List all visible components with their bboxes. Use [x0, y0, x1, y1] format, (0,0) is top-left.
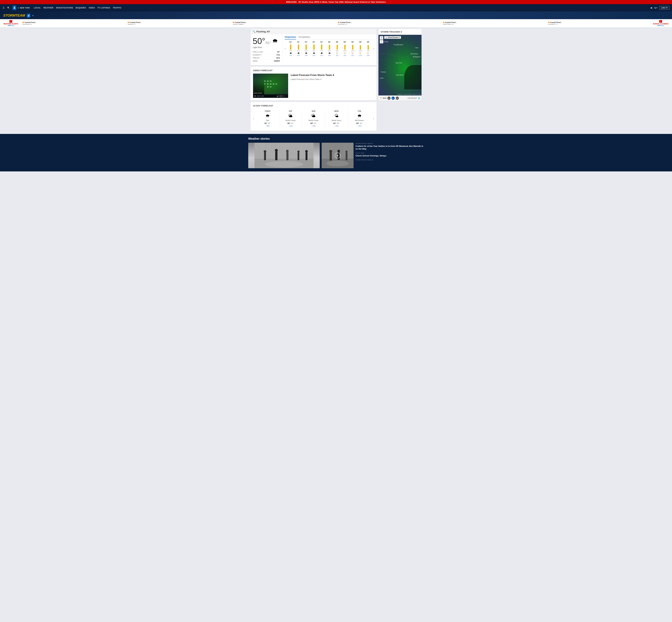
ten-day-title: 10 DAY FORECAST	[253, 105, 374, 107]
location-bar: 🔍 Flushing, NY	[250, 29, 377, 34]
hourly-item-1: 51° 4pm 🌧 50%	[295, 41, 302, 56]
storm-header: STORMTEAM 4 ✦	[0, 11, 672, 19]
live-tv-button[interactable]: LIVE TV	[659, 6, 669, 9]
alert-item-0[interactable]: Coastal Flood... Riverhead, NY	[20, 21, 126, 26]
hourly-item-4: 51° 7pm 🌧 45%	[318, 41, 325, 56]
storm-tracker-card: STORM TRACKER 4 Poughkeeps	[379, 29, 422, 101]
current-temp-display: 50°	[253, 36, 265, 46]
nav-baquero[interactable]: BAQUERO	[76, 7, 86, 9]
video-thumbnail[interactable]: 40 45 44 47 45 44 44 44	[253, 74, 288, 98]
story-item-3: STORM TEAM 4 MAR 22	[355, 159, 424, 161]
alert-item-3[interactable]: Coastal Flood... Riverhead, NY	[336, 21, 441, 26]
nav-investigations[interactable]: INVESTIGATIONS	[56, 7, 73, 9]
precip-row: PRECIP 90%	[253, 57, 280, 60]
day-item-4: TUE 🌧 AM Showers 63° 46° ↓40%	[348, 109, 371, 128]
story-meta-3: STORM TEAM 4 MAR 22	[355, 159, 424, 161]
story-meta-2: JAN 8, 2015	[355, 152, 424, 154]
playback-forward[interactable]: ⏭	[396, 97, 399, 100]
fullscreen-icon[interactable]: ⛶	[286, 95, 287, 97]
location-dot: 📍	[380, 97, 382, 99]
search-icon: 🔍	[253, 30, 255, 33]
share-icon[interactable]: ⬆	[283, 95, 285, 97]
weather-alerts-section: 7 WEATHER ALERTS VIEW ALL	[2, 19, 20, 27]
current-temp: 50°	[654, 7, 658, 9]
story-headline-1[interactable]: Coldest Air of the Year Settles in to Ki…	[355, 145, 424, 150]
svg-point-21	[326, 161, 349, 166]
tab-temperature[interactable]: Temperature	[285, 36, 296, 39]
weather-icon: 🌧	[650, 7, 652, 9]
nav-tv-listings[interactable]: TV LISTINGS	[98, 7, 110, 9]
ten-day-next-button[interactable]: ›	[373, 117, 374, 120]
map-label-trenton: Trenton	[381, 71, 386, 73]
map-label-newhaven: New Haven	[410, 53, 418, 55]
hourly-prev-button[interactable]: ‹	[285, 47, 285, 50]
svg-rect-13	[286, 152, 288, 160]
story-image-medium[interactable]: ▶	[322, 143, 354, 168]
hourly-items: 51° 3pm 🌧 70% 51° 4pm 🌧 50% 51° 5pm 🌧 30…	[287, 41, 372, 56]
nav-local[interactable]: LOCAL	[34, 7, 41, 9]
story-item-1: STORM TEAM 4 FEB 16 Coldest Air of the Y…	[355, 143, 424, 150]
condition-label: Light Rain	[253, 46, 280, 48]
video-info: Latest Forecast From Storm Team 4 Latest…	[291, 74, 374, 80]
alert-item-5[interactable]: Coastal Flood... Greenwich, CT	[546, 21, 651, 26]
play-button[interactable]: ⏸	[254, 95, 256, 97]
day-item-0: TODAY 🌧 Rain 51° 46° ↓90%	[256, 109, 279, 128]
alert-item-2[interactable]: Coastal Flood... Jackson Heights...	[231, 21, 336, 26]
alert-item-1[interactable]: Coastal Flood... Mineola, NY	[126, 21, 231, 26]
map-title-overlay: 📡 StormTracker 4	[384, 36, 401, 39]
ten-day-forecast-section: 10 DAY FORECAST ‹ TODAY 🌧 Rain 51° 46° ↓…	[250, 102, 377, 131]
hourly-item-9: 49° 12am ⛅ 20%	[357, 41, 364, 56]
storm-tracker-playback: 📍 PAST ⏮ ▶ ⏭ 2:56 PM EDT 🌐	[379, 96, 422, 101]
svg-point-2	[265, 161, 303, 167]
school-count-badge: 1	[659, 20, 662, 23]
svg-point-18	[305, 150, 308, 152]
ten-day-items: TODAY 🌧 Rain 51° 46° ↓90% SAT 🌥 Mostly C…	[256, 109, 371, 128]
cc-icon[interactable]: CC	[280, 95, 282, 97]
map-label-tomsriver: Toms River	[396, 74, 403, 76]
hourly-forecast: Temperature Precipitation ‹ 51° 3pm 🌧 70…	[282, 34, 377, 65]
map-attribution: © Mapbox © OpenStreetMap | Improve this …	[397, 94, 421, 95]
map-zoom-in[interactable]: +	[380, 36, 383, 40]
nav-traffic[interactable]: TRAFFIC	[113, 7, 121, 9]
nav-hamburger[interactable]: ☰	[3, 6, 5, 9]
nav-right: 🌧 50° LIVE TV	[650, 6, 669, 9]
nav-video[interactable]: VIDEO	[89, 7, 95, 9]
svg-point-16	[297, 150, 299, 153]
story-text-list: STORM TEAM 4 FEB 16 Coldest Air of the Y…	[355, 143, 424, 168]
playback-play[interactable]: ▶	[391, 97, 395, 100]
hourly-item-7: 50° 10pm ⛅ 20%	[342, 41, 348, 56]
storm-tracker-header: STORM TRACKER 4	[379, 29, 422, 35]
weather-body: 50°/51° 🌧 Light Rain FEELS LIKE 50° HUM	[250, 34, 377, 65]
nav-channel: NEW YORK	[20, 7, 30, 9]
svg-rect-11	[275, 151, 277, 160]
weather-alerts-view-all[interactable]: VIEW ALL	[7, 25, 14, 26]
tab-precipitation[interactable]: Precipitation	[299, 36, 310, 39]
globe-icon: 🌐	[418, 97, 420, 99]
storm-map[interactable]: Poughkeepsie Hart... New Haven Bridgepor…	[379, 35, 422, 96]
svg-rect-26	[330, 152, 332, 161]
story-headline-2[interactable]: Check School Closings, Delays	[355, 154, 424, 157]
school-view-all[interactable]: VIEW ALL	[657, 25, 664, 26]
svg-point-31	[345, 150, 348, 153]
location-text: Flushing, NY	[256, 30, 270, 33]
map-label-hartford: Hart...	[415, 47, 419, 48]
playback-rewind[interactable]: ⏮	[387, 97, 391, 100]
alert-item-4[interactable]: Coastal Flood... White Plains, NY	[441, 21, 546, 26]
weather-stories-section: Weather stories	[0, 134, 672, 171]
hourly-next-button[interactable]: ›	[374, 47, 374, 50]
ten-day-prev-button[interactable]: ‹	[253, 117, 254, 120]
play-icon[interactable]: ▶	[335, 152, 341, 158]
map-label-bridgeport: Bridgeport	[413, 56, 420, 58]
map-label-philly: ...phia	[379, 77, 383, 79]
nav-search[interactable]: 🔍	[7, 6, 10, 9]
alert-count-badge: 7	[9, 20, 12, 23]
wind-row: WIND 20MPH	[253, 60, 280, 63]
map-zoom-out[interactable]: −	[380, 40, 383, 43]
nav-logo[interactable]: 4 ✦ NEW YORK	[12, 5, 30, 10]
volume-icon[interactable]: 🔊	[277, 95, 279, 97]
video-forecast-section: VIDEO FORECAST 40 45 44	[250, 67, 377, 100]
school-closings-section: 1 SCHOOL CLOSINGS VIEW ALL	[651, 19, 670, 27]
story-image-large[interactable]	[248, 143, 320, 168]
nav-weather[interactable]: WEATHER	[43, 7, 54, 9]
storm-logo: STORMTEAM 4 ✦	[3, 13, 34, 18]
